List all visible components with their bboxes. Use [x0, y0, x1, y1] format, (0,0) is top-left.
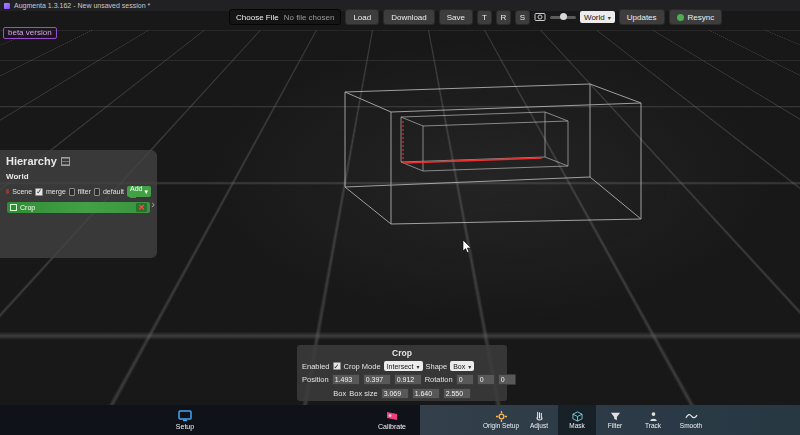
- position-x-field[interactable]: [332, 374, 360, 385]
- space-select-value: World: [584, 13, 605, 22]
- beta-version-badge: beta version: [3, 27, 57, 39]
- bottom-bar: Setup Calibrate Origin Setup Adjust: [0, 405, 800, 435]
- scene-icon: [6, 189, 9, 194]
- tab-label: Smooth: [680, 423, 702, 430]
- resync-button[interactable]: Resync: [669, 9, 723, 25]
- tab-label: Mask: [569, 423, 585, 430]
- box-size-z-field[interactable]: [443, 388, 471, 399]
- hierarchy-header: Hierarchy: [6, 155, 151, 167]
- filter-checkbox[interactable]: [94, 188, 100, 196]
- top-toolbar: Choose File No file chosen Load Download…: [229, 9, 722, 25]
- crop-mode-value: Intersect: [387, 363, 414, 370]
- resync-status-icon: [677, 14, 684, 21]
- camera-view-icon[interactable]: [534, 12, 546, 22]
- rotate-tool-button[interactable]: R: [496, 10, 511, 25]
- app-window: Augmenta 1.3.162 - New unsaved session *…: [0, 0, 800, 435]
- crop-mode-label: Crop Mode: [344, 362, 381, 371]
- tab-label: Track: [645, 423, 661, 430]
- file-input[interactable]: Choose File No file chosen: [229, 9, 341, 25]
- tab-calibrate[interactable]: Calibrate: [366, 405, 418, 435]
- app-logo-icon: [4, 3, 10, 9]
- crop-panel-title: Crop: [302, 348, 502, 358]
- rotation-x-field[interactable]: [456, 374, 474, 385]
- opacity-slider[interactable]: [550, 16, 576, 19]
- shape-value: Box: [453, 363, 465, 370]
- tab-origin-setup[interactable]: Origin Setup: [482, 405, 520, 435]
- tab-track[interactable]: Track: [634, 405, 672, 435]
- hierarchy-root-label: World: [6, 172, 151, 181]
- download-button[interactable]: Download: [383, 9, 435, 25]
- mouse-cursor: [462, 240, 474, 254]
- load-button[interactable]: Load: [345, 9, 379, 25]
- space-select[interactable]: World ▾: [580, 11, 615, 23]
- rotation-label: Rotation: [425, 375, 453, 384]
- calibrate-icon: [385, 410, 399, 422]
- calibrate-label: Calibrate: [378, 423, 406, 430]
- shape-select[interactable]: Box ▾: [450, 361, 474, 371]
- default-label: default: [103, 188, 124, 195]
- panel-collapse-handle[interactable]: ›: [151, 198, 155, 210]
- hand-icon: [534, 411, 545, 422]
- setup-label: Setup: [176, 423, 194, 430]
- translate-tool-button[interactable]: T: [477, 10, 492, 25]
- tab-filter[interactable]: Filter: [596, 405, 634, 435]
- position-z-field[interactable]: [394, 374, 422, 385]
- hierarchy-title: Hierarchy: [6, 155, 57, 167]
- list-icon: [61, 157, 70, 166]
- chevron-down-icon: ▾: [144, 188, 148, 196]
- funnel-icon: [610, 411, 621, 422]
- box-label: Box: [333, 389, 346, 398]
- scene-label: Scene: [12, 188, 32, 195]
- hierarchy-item-crop[interactable]: Crop ✕: [7, 202, 150, 213]
- updates-button[interactable]: Updates: [619, 9, 665, 25]
- tab-smooth[interactable]: Smooth: [672, 405, 710, 435]
- transform-row: Position Rotation: [302, 374, 502, 385]
- wave-icon: [685, 411, 698, 422]
- chevron-down-icon: ▾: [608, 14, 611, 21]
- scale-tool-button[interactable]: S: [515, 10, 530, 25]
- crop-mode-row: Enabled ✓ Crop Mode Intersect ▾ Shape Bo…: [302, 361, 502, 371]
- chevron-down-icon: ▾: [468, 363, 471, 370]
- tab-mask[interactable]: Mask: [558, 405, 596, 435]
- mask-cube-icon: [572, 411, 583, 422]
- rotation-z-field[interactable]: [498, 374, 516, 385]
- add-object-dropdown[interactable]: Add ... ▾: [127, 186, 151, 197]
- crop-properties-panel: Crop Enabled ✓ Crop Mode Intersect ▾ Sha…: [297, 345, 507, 401]
- filter-label: filter: [78, 188, 91, 195]
- box-size-row: Box Box size: [302, 388, 502, 399]
- position-label: Position: [302, 375, 329, 384]
- choose-file-button[interactable]: Choose File: [236, 13, 279, 22]
- scene-options-row: Scene ✓ merge filter default Add ... ▾: [6, 186, 151, 197]
- crop-mode-select[interactable]: Intersect ▾: [384, 361, 423, 371]
- person-icon: [648, 411, 659, 422]
- tab-label: Origin Setup: [483, 423, 519, 430]
- crop-axis-lines: [403, 121, 542, 163]
- save-button[interactable]: Save: [439, 9, 473, 25]
- tab-label: Filter: [608, 423, 622, 430]
- resync-label: Resync: [688, 13, 715, 22]
- delete-item-icon[interactable]: ✕: [136, 203, 147, 212]
- merge-checkbox[interactable]: [69, 188, 75, 196]
- origin-axes-icon: [496, 411, 507, 422]
- slider-knob[interactable]: [560, 13, 567, 20]
- tab-setup[interactable]: Setup: [160, 405, 210, 435]
- window-title: Augmenta 1.3.162 - New unsaved session *: [14, 2, 150, 9]
- box-size-y-field[interactable]: [412, 388, 440, 399]
- scene-checkbox[interactable]: ✓: [35, 188, 43, 196]
- shape-label: Shape: [426, 362, 448, 371]
- tab-adjust[interactable]: Adjust: [520, 405, 558, 435]
- rotation-y-field[interactable]: [477, 374, 495, 385]
- hierarchy-panel: Hierarchy World Scene ✓ merge filter def…: [0, 150, 157, 258]
- tab-label: Adjust: [530, 423, 548, 430]
- position-y-field[interactable]: [363, 374, 391, 385]
- hierarchy-item-label: Crop: [20, 204, 35, 211]
- add-object-label: Add ...: [130, 185, 142, 199]
- monitor-icon: [178, 410, 192, 422]
- enabled-checkbox[interactable]: ✓: [333, 362, 341, 370]
- mode-tabstrip: Origin Setup Adjust Mask Filter: [420, 405, 800, 435]
- box-size-x-field[interactable]: [381, 388, 409, 399]
- chevron-down-icon: ▾: [417, 363, 420, 370]
- cube-icon: [10, 204, 17, 211]
- merge-label: merge: [46, 188, 66, 195]
- wireframe-outer-box: [345, 84, 641, 224]
